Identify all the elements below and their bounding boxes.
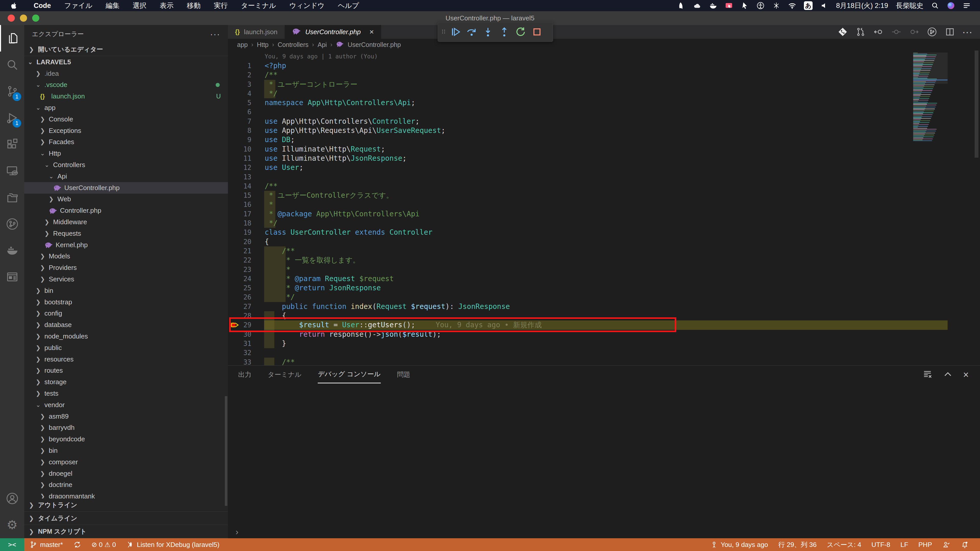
language-mode-item[interactable]: PHP xyxy=(913,541,937,549)
eol-item[interactable]: LF xyxy=(895,541,913,549)
remote-indicator[interactable]: >< xyxy=(0,538,24,551)
menu-item-移動[interactable]: 移動 xyxy=(180,2,207,10)
tree-item-.idea[interactable]: ❯.idea xyxy=(24,68,228,79)
control-center-icon[interactable] xyxy=(963,2,971,10)
tree-item-Requests[interactable]: ❯Requests xyxy=(24,228,228,239)
codelens-blame[interactable]: You, 9 days ago | 1 author (You) xyxy=(265,52,378,61)
breadcrumb-item-Controllers[interactable]: Controllers xyxy=(278,41,309,48)
menu-item-実行[interactable]: 実行 xyxy=(207,2,234,10)
activity-explorer[interactable] xyxy=(0,25,24,52)
next-change-icon[interactable] xyxy=(908,26,920,38)
tree-item-composer[interactable]: ❯composer xyxy=(24,456,228,468)
panel-tab-デバッグ コンソール[interactable]: デバッグ コンソール xyxy=(318,365,380,383)
debug-console-prompt[interactable]: › xyxy=(235,527,239,537)
maximize-panel-icon[interactable] xyxy=(943,369,953,380)
tree-item-.vscode[interactable]: ⌄.vscode xyxy=(24,79,228,91)
volume-icon[interactable] xyxy=(820,2,829,10)
close-window-button[interactable] xyxy=(8,14,15,22)
feedback-item[interactable] xyxy=(937,540,956,549)
tree-item-Api[interactable]: ⌄Api xyxy=(24,171,228,182)
docker-menu-icon[interactable] xyxy=(709,2,717,10)
tree-item-UserController.php[interactable]: UserController.php xyxy=(24,182,228,194)
tree-item-Middleware[interactable]: ❯Middleware xyxy=(24,216,228,228)
debug-step-into-button[interactable] xyxy=(480,24,496,40)
git-blame-item[interactable]: You, 9 days ago xyxy=(705,540,773,549)
ime-input-icon[interactable]: あ xyxy=(804,1,813,10)
sparkle-icon[interactable] xyxy=(772,2,780,10)
tree-item-resources[interactable]: ❯resources xyxy=(24,354,228,365)
activity-docker[interactable] xyxy=(0,237,24,264)
debug-step-out-button[interactable] xyxy=(496,24,512,40)
debug-continue-button[interactable] xyxy=(447,24,463,40)
tree-item-beyondcode[interactable]: ❯beyondcode xyxy=(24,433,228,445)
tab-launch.json[interactable]: {}launch.json xyxy=(228,25,285,39)
tree-item-vendor[interactable]: ⌄vendor xyxy=(24,399,228,411)
tree-item-config[interactable]: ❯config xyxy=(24,308,228,319)
breadcrumb-item-Api[interactable]: Api xyxy=(318,41,327,48)
notifications-bell-item[interactable] xyxy=(956,540,974,549)
tree-item-bootstrap[interactable]: ❯bootstrap xyxy=(24,297,228,308)
tree-item-Services[interactable]: ❯Services xyxy=(24,273,228,285)
tree-item-barryvdh[interactable]: ❯barryvdh xyxy=(24,422,228,433)
panel-tab-問題[interactable]: 問題 xyxy=(397,365,410,383)
breadcrumb-item-app[interactable]: app xyxy=(237,41,248,48)
menu-user[interactable]: 長柴聡史 xyxy=(896,1,923,10)
breadcrumb-item-UserController.php[interactable]: UserController.php xyxy=(348,41,401,48)
panel-tab-ターミナル[interactable]: ターミナル xyxy=(268,365,301,383)
compare-changes-icon[interactable] xyxy=(855,26,866,38)
menu-item-ウィンドウ[interactable]: ウィンドウ xyxy=(283,2,331,10)
activity-folders[interactable] xyxy=(0,184,24,211)
sidebar-section-NPM スクリプト[interactable]: ❯NPM スクリプト xyxy=(24,525,228,538)
git-graph-icon[interactable] xyxy=(837,26,848,38)
tree-item-public[interactable]: ❯public xyxy=(24,342,228,354)
tree-item-Facades[interactable]: ❯Facades xyxy=(24,137,228,148)
tree-item-storage[interactable]: ❯storage xyxy=(24,376,228,388)
close-tab-icon[interactable]: × xyxy=(369,27,374,36)
cloud-app-icon[interactable] xyxy=(693,2,701,10)
apple-icon[interactable] xyxy=(10,2,18,10)
sidebar-section-タイムライン[interactable]: ❯タイムライン xyxy=(24,512,228,525)
tree-item-tests[interactable]: ❯tests xyxy=(24,388,228,399)
activity-browser-preview[interactable] xyxy=(0,264,24,290)
xdebug-listen-item[interactable]: Listen for XDebug (laravel5) xyxy=(121,540,224,549)
debug-restart-button[interactable] xyxy=(512,24,529,40)
tree-item-doctrine[interactable]: ❯doctrine xyxy=(24,479,228,491)
tree-item-Controller.php[interactable]: Controller.php xyxy=(24,205,228,216)
minimize-window-button[interactable] xyxy=(20,14,27,22)
tree-item-bin[interactable]: ❯bin xyxy=(24,285,228,297)
activity-remote-explorer[interactable] xyxy=(0,158,24,184)
menu-item-表示[interactable]: 表示 xyxy=(153,2,180,10)
spotlight-icon[interactable] xyxy=(931,2,939,10)
previous-change-icon[interactable] xyxy=(873,26,884,38)
accessibility-icon[interactable] xyxy=(756,2,765,10)
minimap[interactable] xyxy=(913,52,948,142)
menu-clock[interactable]: 8月18日(火) 2:19 xyxy=(836,1,888,10)
tree-item-asm89[interactable]: ❯asm89 xyxy=(24,411,228,422)
tree-item-launch.json[interactable]: {}launch.jsonU xyxy=(24,91,228,102)
menu-item-ファイル[interactable]: ファイル xyxy=(58,2,99,10)
tree-item-Http[interactable]: ⌄Http xyxy=(24,148,228,159)
menu-item-ターミナル[interactable]: ターミナル xyxy=(234,2,283,10)
indentation-item[interactable]: スペース: 4 xyxy=(822,540,866,549)
close-panel-icon[interactable]: × xyxy=(963,369,969,380)
breadcrumb-item-Http[interactable]: Http xyxy=(257,41,269,48)
git-branch-item[interactable]: master* xyxy=(24,540,68,549)
problems-item[interactable]: ⊘ 0 ⚠ 0 xyxy=(86,541,121,549)
more-actions-icon[interactable]: ··· xyxy=(962,26,972,38)
code-editor[interactable]: You, 9 days ago | 1 author (You) 1<?php2… xyxy=(228,51,980,365)
tree-item-bin[interactable]: ❯bin xyxy=(24,445,228,456)
menu-item-選択[interactable]: 選択 xyxy=(126,2,153,10)
cursor-position-item[interactable]: 行 29、列 36 xyxy=(773,540,821,549)
encoding-item[interactable]: UTF-8 xyxy=(866,541,896,549)
menu-item-Code[interactable]: Code xyxy=(27,2,58,10)
debug-step-over-button[interactable] xyxy=(463,24,480,40)
gitlens-graph-icon[interactable] xyxy=(926,26,938,38)
activity-gitlens[interactable] xyxy=(0,211,24,237)
menu-item-編集[interactable]: 編集 xyxy=(99,2,126,10)
tree-item-app[interactable]: ⌄app xyxy=(24,102,228,114)
tree-item-routes[interactable]: ❯routes xyxy=(24,365,228,376)
sidebar-section-アウトライン[interactable]: ❯アウトライン xyxy=(24,499,228,512)
siri-icon[interactable] xyxy=(947,2,955,10)
sidebar-scrollbar[interactable] xyxy=(225,396,228,506)
wifi-icon[interactable] xyxy=(788,2,796,10)
